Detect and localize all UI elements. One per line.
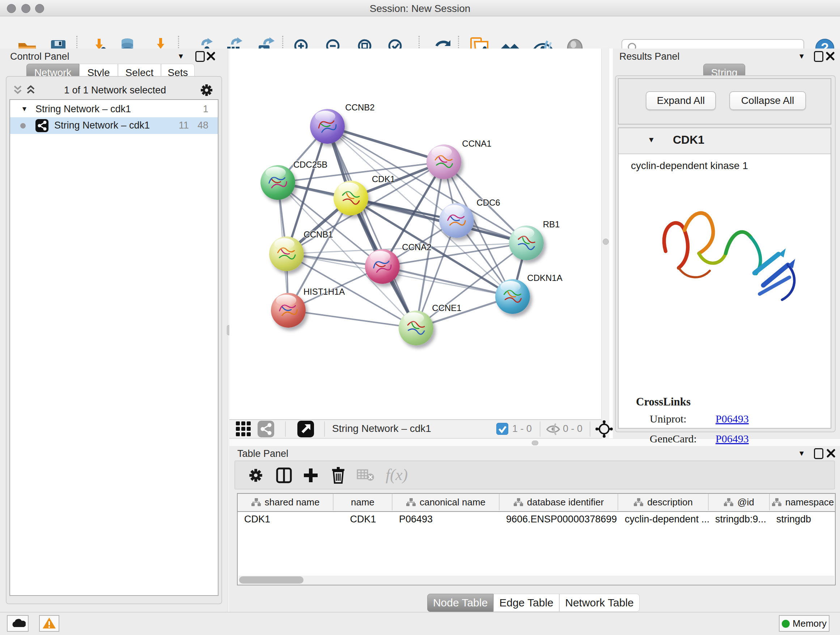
network-node-rb1[interactable]	[509, 226, 544, 260]
cloud-button[interactable]	[7, 615, 28, 632]
panel-close-icon[interactable]	[826, 448, 836, 458]
node-label-cdk1: CDK1	[372, 174, 395, 184]
panel-menu-icon[interactable]: ▼	[798, 52, 805, 60]
node-label-hist1h1a: HIST1H1A	[303, 287, 345, 297]
collapse-all-button[interactable]: Collapse All	[729, 91, 806, 110]
network-node-ccne1[interactable]	[399, 310, 433, 345]
column-header-database-identifier[interactable]: database identifier	[500, 494, 618, 510]
scrollbar-thumb[interactable]	[239, 576, 303, 584]
network-node-ccna2[interactable]	[365, 249, 400, 284]
network-node-ccna1[interactable]	[426, 144, 461, 179]
network-tree: ▼ String Network – cdk1 1 String Network…	[9, 99, 218, 596]
column-header-name[interactable]: name	[333, 494, 393, 510]
delete-table-icon	[357, 469, 375, 482]
expand-all-chevrons-icon[interactable]	[25, 85, 36, 96]
table-cell[interactable]: CDK1	[238, 511, 333, 527]
toolbar-separator	[590, 421, 591, 437]
table-cell[interactable]: 9606.ENSP00000378699	[500, 511, 618, 527]
gene-header[interactable]: ▼ CDK1	[619, 128, 831, 154]
column-header-namespace[interactable]: namespace	[770, 494, 836, 510]
network-node-cdc6[interactable]	[439, 203, 474, 238]
add-column-icon[interactable]	[302, 467, 319, 484]
warnings-button[interactable]	[39, 615, 59, 632]
column-tree-icon	[251, 497, 261, 507]
table-cell[interactable]: CDK1	[333, 511, 393, 527]
table-gear-icon[interactable]	[248, 468, 264, 483]
panel-float-icon[interactable]	[195, 51, 205, 62]
panel-float-icon[interactable]	[814, 448, 823, 459]
collapse-gene-icon[interactable]: ▼	[647, 135, 655, 144]
tab-node-table[interactable]: Node Table	[427, 594, 493, 612]
node-gloss	[500, 281, 521, 292]
panel-menu-icon[interactable]: ▼	[177, 52, 185, 60]
delete-column-icon[interactable]	[330, 466, 347, 484]
application-window: Session: New Session	[0, 0, 840, 635]
node-gloss	[315, 111, 335, 122]
network-node-cdkn1a[interactable]	[495, 279, 530, 314]
column-tree-icon	[406, 497, 416, 507]
column-header-description[interactable]: description	[618, 494, 709, 510]
results-buttons-section: Expand All Collapse All	[618, 78, 831, 125]
right-splitter[interactable]	[601, 49, 610, 439]
expand-all-button[interactable]: Expand All	[646, 91, 716, 110]
panel-menu-icon[interactable]: ▼	[798, 449, 805, 458]
grid-view-icon[interactable]	[235, 421, 252, 437]
gene-description: cyclin-dependent kinase 1	[631, 160, 748, 172]
column-header-canonical-name[interactable]: canonical name	[393, 494, 500, 510]
table-header-row: shared namename canonical name database …	[238, 494, 835, 512]
table-cell[interactable]: cyclin-dependent ...	[618, 511, 709, 527]
right-splitter-handle[interactable]	[603, 239, 609, 245]
network-tree-selected-row[interactable]: String Network – cdk1 11 48	[10, 117, 218, 134]
network-list-container: 1 of 1 Network selected ▼ String Network…	[6, 76, 222, 604]
panel-float-icon[interactable]	[814, 51, 823, 62]
open-in-new-window-icon[interactable]	[297, 421, 314, 437]
collapse-all-chevrons-icon[interactable]	[12, 85, 23, 96]
column-tree-icon	[772, 497, 782, 507]
node-gloss	[274, 238, 294, 249]
selected-nodes-checkbox[interactable]	[496, 423, 508, 435]
network-tree-root-row[interactable]: ▼ String Network – cdk1 1	[10, 102, 218, 117]
column-header-shared-name[interactable]: shared name	[238, 494, 333, 510]
tree-expander-icon[interactable]: ▼	[21, 105, 28, 113]
column-header--id[interactable]: @id	[709, 494, 770, 510]
network-options-gear-icon[interactable]	[200, 83, 213, 97]
panel-close-icon[interactable]	[826, 51, 835, 61]
column-tree-icon	[513, 497, 523, 507]
tab-network-table[interactable]: Network Table	[559, 594, 639, 612]
column-tree-icon	[633, 497, 644, 507]
crosslink-row: Uniprot: P06493	[619, 410, 831, 430]
network-canvas[interactable]: CCNB2 CCNA1 CDC25B CDK1 CDC6 R	[229, 49, 601, 419]
network-node-ccnb2[interactable]	[310, 109, 345, 144]
network-node-ccnb1[interactable]	[269, 236, 304, 271]
table-cell[interactable]: P06493	[393, 511, 500, 527]
show-columns-icon[interactable]	[276, 467, 292, 484]
node-label-ccnb1: CCNB1	[303, 230, 333, 240]
toolbar-separator	[285, 421, 286, 437]
network-selection-summary: 1 of 1 Network selected	[43, 85, 187, 96]
network-name-label: String Network – cdk1	[54, 120, 150, 131]
network-node-hist1h1a[interactable]	[271, 293, 306, 328]
toolbar-separator	[324, 421, 325, 437]
table-horizontal-scrollbar[interactable]	[238, 576, 834, 584]
crosslink-value-link[interactable]: P06493	[715, 413, 749, 425]
horizontal-splitter-handle[interactable]	[532, 440, 538, 445]
node-gloss	[276, 295, 296, 306]
crosslink-value-link[interactable]: P06493	[715, 432, 749, 445]
node-gloss	[444, 205, 464, 216]
table-cell[interactable]: stringdb	[770, 511, 836, 527]
main-toolbar: ?	[0, 16, 840, 49]
column-label: @id	[737, 497, 754, 508]
status-bar: Memory	[0, 612, 840, 635]
pan-crosshair-icon[interactable]	[595, 420, 613, 438]
network-share-icon[interactable]	[257, 421, 274, 437]
gene-name: CDK1	[673, 133, 704, 147]
panel-close-icon[interactable]	[206, 51, 216, 61]
network-node-cdc25b[interactable]	[261, 165, 295, 200]
table-cell[interactable]: stringdb:9...	[709, 511, 770, 527]
network-node-cdk1[interactable]	[333, 181, 368, 215]
memory-button[interactable]: Memory	[779, 615, 829, 632]
column-label: namespace	[785, 497, 834, 508]
tab-edge-table[interactable]: Edge Table	[493, 594, 559, 612]
node-label-ccne1: CCNE1	[432, 303, 461, 313]
column-label: description	[647, 497, 693, 508]
